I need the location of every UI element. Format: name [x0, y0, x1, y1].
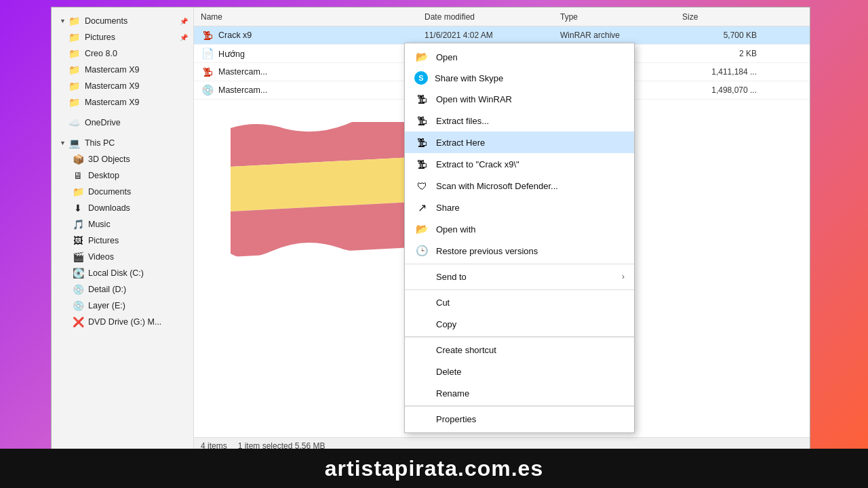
ctx-restore[interactable]: 🕒 Restore previous versions — [405, 240, 634, 262]
col-header-size[interactable]: Size — [682, 12, 764, 22]
ctx-extract-to[interactable]: 🗜 Extract to "Crack x9\" — [405, 153, 634, 175]
table-row[interactable]: 🗜 Crack x9 11/6/2021 4:02 AM WinRAR arch… — [194, 26, 810, 45]
ctx-label: Extract to "Crack x9\" — [436, 159, 519, 169]
ctx-open-winrar[interactable]: 🗜 Open with WinRAR — [405, 88, 634, 110]
rename-icon — [414, 386, 429, 401]
ctx-open-with[interactable]: 📂 Open with — [405, 218, 634, 240]
ctx-label: Copy — [436, 319, 456, 329]
sidebar-item-detail-d[interactable]: 💿 Detail (D:) — [52, 281, 193, 298]
ctx-create-shortcut[interactable]: Create shortcut — [405, 337, 634, 361]
sidebar-item-3dobjects[interactable]: 📦 3D Objects — [52, 151, 193, 167]
disk-icon: 💿 — [72, 283, 84, 296]
sidebar-item-pictures-pc[interactable]: 🖼 Pictures — [52, 232, 193, 249]
sidebar-item-videos[interactable]: 🎬 Videos — [52, 249, 193, 265]
delete-icon — [414, 364, 429, 379]
sidebar-item-desktop[interactable]: 🖥 Desktop — [52, 167, 193, 184]
ctx-label: Delete — [436, 367, 462, 377]
sidebar-label: Documents — [85, 16, 127, 26]
pin-icon: 📌 — [180, 34, 188, 41]
sidebar-label: This PC — [85, 138, 115, 148]
sidebar-label: Documents — [88, 187, 131, 197]
ctx-rename[interactable]: Rename — [405, 382, 634, 406]
pictures-icon: 🖼 — [72, 235, 84, 247]
col-header-name[interactable]: Name — [194, 12, 425, 22]
ctx-label: Cut — [436, 298, 450, 308]
text-icon: 📄 — [201, 47, 214, 60]
ctx-delete[interactable]: Delete — [405, 361, 634, 382]
ctx-share-skype[interactable]: S Share with Skype — [405, 68, 634, 88]
dvd-icon: ❌ — [72, 316, 84, 328]
ctx-extract-here[interactable]: 🗜 Extract Here — [405, 131, 634, 153]
file-name: Mastercam... — [218, 67, 267, 77]
sidebar-label: Mastercam X9 — [85, 81, 140, 91]
file-size: 2 KB — [682, 49, 764, 58]
sidebar-label: Detail (D:) — [88, 285, 126, 294]
sidebar-item-onedrive[interactable]: ▼ ☁️ OneDrive — [52, 115, 193, 131]
disk-icon: 💽 — [72, 267, 84, 279]
ctx-share[interactable]: ↗ Share — [405, 197, 634, 218]
explorer-body: ▼ 📁 Documents 📌 ▼ 📁 Pictures 📌 ▼ 📁 Creo … — [52, 7, 810, 453]
sidebar-item-layer-e[interactable]: 💿 Layer (E:) — [52, 298, 193, 314]
disk-icon: 💿 — [72, 300, 84, 312]
column-headers: Name Date modified Type Size — [194, 7, 810, 26]
folder-icon: 📁 — [68, 64, 81, 76]
sidebar-item-local-disk-c[interactable]: 💽 Local Disk (C:) — [52, 265, 193, 281]
sidebar-label: DVD Drive (G:) M... — [88, 317, 161, 327]
file-name-cell: 💿 Mastercam... — [194, 83, 425, 97]
sidebar-item-documents[interactable]: ▼ 📁 Documents 📌 — [52, 13, 193, 29]
openwith-icon: 📂 — [414, 222, 429, 237]
watermark-text: artistapirata.com.es — [325, 456, 543, 481]
col-header-type[interactable]: Type — [560, 12, 682, 22]
folder-icon: 📁 — [68, 96, 81, 108]
desktop-icon: 🖥 — [72, 169, 84, 182]
ctx-label: Rename — [436, 388, 469, 399]
ctx-cut[interactable]: Cut — [405, 289, 634, 313]
sidebar-item-documents-pc[interactable]: 📁 Documents — [52, 184, 193, 200]
ctx-scan-defender[interactable]: 🛡 Scan with Microsoft Defender... — [405, 175, 634, 197]
sidebar-item-downloads[interactable]: ⬇ Downloads — [52, 200, 193, 216]
file-date: 11/6/2021 4:02 AM — [425, 30, 560, 40]
context-menu: 📂 Open S Share with Skype 🗜 Open with Wi… — [404, 43, 635, 433]
ctx-label: Open with WinRAR — [436, 94, 512, 104]
sidebar-item-music[interactable]: 🎵 Music — [52, 216, 193, 232]
skype-icon: S — [414, 71, 428, 85]
folder-icon: 📁 — [68, 80, 81, 92]
ctx-extract-files[interactable]: 🗜 Extract files... — [405, 110, 634, 131]
ctx-label: Scan with Microsoft Defender... — [436, 181, 558, 191]
ctx-label: Extract Here — [436, 138, 485, 148]
iso-icon: 💿 — [201, 83, 214, 97]
sidebar-label: Pictures — [85, 33, 115, 42]
file-name: Mastercam... — [218, 85, 267, 95]
file-explorer-window: ▼ 📁 Documents 📌 ▼ 📁 Pictures 📌 ▼ 📁 Creo … — [51, 7, 810, 454]
sidebar-label: Mastercam X9 — [85, 65, 140, 75]
cloud-icon: ☁️ — [68, 117, 81, 129]
folder-icon: 📁 — [68, 15, 81, 27]
file-size: 5,700 KB — [682, 30, 764, 40]
extract-to-icon: 🗜 — [414, 157, 429, 171]
restore-icon: 🕒 — [414, 243, 429, 258]
sidebar-item-dvd-g[interactable]: ❌ DVD Drive (G:) M... — [52, 314, 193, 330]
sidebar-item-pictures-pin[interactable]: ▼ 📁 Pictures 📌 — [52, 29, 193, 45]
col-header-date[interactable]: Date modified — [425, 12, 560, 22]
sidebar-item-mastercam1[interactable]: ▼ 📁 Mastercam X9 — [52, 62, 193, 78]
sidebar: ▼ 📁 Documents 📌 ▼ 📁 Pictures 📌 ▼ 📁 Creo … — [52, 7, 194, 453]
sidebar-item-mastercam3[interactable]: ▼ 📁 Mastercam X9 — [52, 94, 193, 110]
computer-icon: 💻 — [68, 137, 81, 149]
sidebar-label: OneDrive — [85, 118, 121, 127]
collapse-arrow: ▼ — [60, 140, 66, 146]
ctx-label: Share — [436, 203, 460, 213]
ctx-open[interactable]: 📂 Open — [405, 46, 634, 68]
sidebar-item-this-pc[interactable]: ▼ 💻 This PC — [52, 135, 193, 151]
cut-icon — [414, 295, 429, 310]
file-name: Crack x9 — [218, 30, 252, 40]
ctx-copy[interactable]: Copy — [405, 313, 634, 337]
ctx-send-to[interactable]: Send to › — [405, 264, 634, 287]
ctx-properties[interactable]: Properties — [405, 406, 634, 430]
sidebar-item-creo[interactable]: ▼ 📁 Creo 8.0 — [52, 45, 193, 62]
sidebar-label: Desktop — [88, 171, 119, 180]
properties-icon — [414, 411, 429, 426]
sidebar-label: Music — [88, 220, 111, 229]
sidebar-item-mastercam2[interactable]: ▼ 📁 Mastercam X9 — [52, 78, 193, 94]
winrar-icon: 🗜 — [201, 65, 214, 79]
file-name-cell: 📄 Hướng — [194, 47, 425, 60]
